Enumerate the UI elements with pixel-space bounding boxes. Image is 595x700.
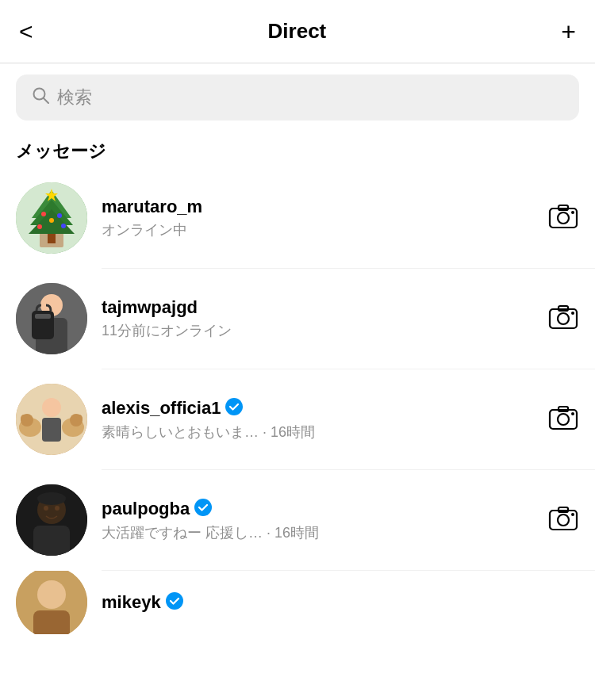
new-message-button[interactable]: + — [561, 19, 576, 44]
conv-username-marutaro: marutaro_m — [102, 197, 533, 217]
svg-point-50 — [558, 514, 569, 526]
conv-info-mikeyk: mikeyk — [102, 592, 579, 614]
conv-username-paulpogba: paulpogba — [102, 499, 533, 520]
svg-point-47 — [37, 492, 66, 505]
svg-point-48 — [194, 499, 212, 516]
svg-point-56 — [166, 592, 183, 610]
username-text: paulpogba — [102, 499, 190, 519]
username-text: marutaro_m — [102, 197, 202, 217]
conversation-item-marutaro[interactable]: marutaro_m オンライン中 — [0, 168, 595, 268]
verified-badge-paulpogba — [194, 499, 212, 520]
conv-status-marutaro: オンライン中 — [102, 220, 533, 239]
svg-point-11 — [57, 213, 62, 218]
conv-status-alexis: 素晴らしいとおもいま… · 16時間 — [102, 423, 533, 442]
svg-point-39 — [558, 414, 569, 425]
camera-button-alexis[interactable] — [547, 402, 579, 437]
search-container: 検索 — [0, 63, 595, 132]
svg-point-36 — [76, 415, 83, 423]
svg-point-13 — [37, 224, 42, 229]
conv-info-tajmwpajgd: tajmwpajgd 11分前にオンライン — [102, 297, 533, 340]
conversation-item-alexis[interactable]: alexis_officia1 素晴らしいとおもいま… · 16時間 — [0, 369, 595, 469]
svg-rect-8 — [48, 234, 56, 243]
header: < Direct + — [0, 0, 595, 63]
svg-point-41 — [571, 412, 574, 415]
svg-point-37 — [225, 398, 243, 415]
conversation-item-tajmwpajgd[interactable]: tajmwpajgd 11分前にオンライン — [0, 269, 595, 369]
search-placeholder-text: 検索 — [57, 86, 92, 109]
conv-status-tajmwpajgd: 11分前にオンライン — [102, 321, 533, 340]
conversation-item-paulpogba[interactable]: paulpogba 大活躍ですねー 応援し… · 16時間 — [0, 470, 595, 570]
camera-button-marutaro[interactable] — [547, 201, 579, 235]
conv-info-alexis: alexis_officia1 素晴らしいとおもいま… · 16時間 — [102, 398, 533, 442]
svg-point-33 — [21, 415, 27, 423]
search-bar[interactable]: 検索 — [16, 75, 579, 120]
svg-rect-30 — [42, 418, 61, 442]
avatar-mikeyk — [16, 571, 87, 634]
svg-point-18 — [571, 211, 574, 214]
avatar-marutaro — [16, 182, 87, 254]
conversation-item-mikeyk[interactable]: mikeyk — [0, 571, 595, 634]
avatar-alexis — [16, 384, 87, 455]
page-title: Direct — [268, 19, 327, 44]
verified-badge-mikeyk — [166, 592, 183, 614]
svg-line-1 — [44, 98, 48, 103]
svg-point-29 — [42, 398, 61, 417]
svg-point-16 — [558, 212, 569, 224]
svg-point-45 — [44, 506, 48, 511]
avatar-tajmwpajgd — [16, 283, 87, 354]
conv-info-paulpogba: paulpogba 大活躍ですねー 応援し… · 16時間 — [102, 499, 533, 542]
svg-rect-44 — [33, 526, 70, 556]
svg-point-54 — [37, 580, 66, 609]
conv-username-mikeyk: mikeyk — [102, 592, 579, 614]
camera-button-tajmwpajgd[interactable] — [547, 301, 579, 336]
verified-badge-alexis — [225, 398, 243, 419]
camera-button-paulpogba[interactable] — [547, 503, 579, 537]
username-text: mikeyk — [102, 592, 161, 613]
username-text: tajmwpajgd — [102, 297, 198, 318]
svg-point-25 — [558, 313, 569, 324]
messages-section-label: メッセージ — [0, 132, 595, 168]
back-button[interactable]: < — [19, 20, 33, 44]
svg-point-46 — [55, 506, 60, 511]
username-text: alexis_officia1 — [102, 398, 221, 419]
svg-point-12 — [49, 218, 54, 223]
svg-point-14 — [61, 224, 66, 228]
conv-username-tajmwpajgd: tajmwpajgd — [102, 297, 533, 318]
svg-rect-55 — [33, 610, 70, 634]
conv-info-marutaro: marutaro_m オンライン中 — [102, 197, 533, 239]
avatar-paulpogba — [16, 484, 87, 556]
svg-point-10 — [41, 212, 46, 216]
svg-rect-23 — [35, 314, 51, 319]
conv-status-paulpogba: 大活躍ですねー 応援し… · 16時間 — [102, 523, 533, 542]
search-icon — [32, 86, 49, 109]
svg-point-27 — [571, 312, 574, 315]
conv-username-alexis: alexis_officia1 — [102, 398, 533, 419]
svg-point-52 — [571, 513, 574, 516]
